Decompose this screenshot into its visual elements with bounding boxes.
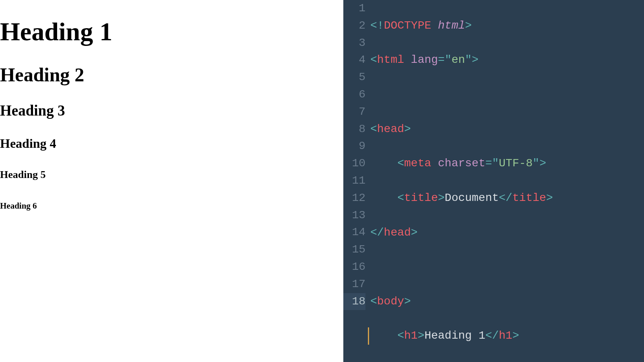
code-content[interactable]: <!DOCTYPE html> <html lang="en"> <head> …	[370, 0, 644, 362]
code-line[interactable]: <html lang="en">	[370, 52, 644, 69]
line-number: 15	[343, 241, 365, 259]
line-number: 10	[343, 155, 365, 172]
preview-heading-1: Heading 1	[0, 17, 343, 47]
line-number: 18	[343, 293, 365, 310]
code-editor-pane[interactable]: 1 2 3 4 5 6 7 8 9 10 11 12 13 14 15 16 1…	[343, 0, 644, 362]
line-number: 16	[343, 259, 365, 276]
line-number: 5	[343, 69, 365, 86]
code-line[interactable]: <head>	[370, 121, 644, 138]
code-line[interactable]: <h1>Heading 1</h1>	[370, 327, 644, 345]
line-number: 14	[343, 224, 365, 241]
code-line[interactable]: <title>Document</title>	[370, 190, 644, 207]
line-number: 2	[343, 17, 365, 35]
line-number: 9	[343, 138, 365, 155]
line-number: 17	[343, 276, 365, 293]
preview-heading-6: Heading 6	[0, 201, 343, 211]
line-number: 1	[343, 0, 365, 17]
line-number: 7	[343, 103, 365, 121]
code-line[interactable]: </head>	[370, 224, 644, 242]
preview-heading-5: Heading 5	[0, 169, 343, 181]
code-line[interactable]: <!DOCTYPE html>	[370, 17, 644, 35]
code-line[interactable]: <body>	[370, 293, 644, 310]
preview-heading-2: Heading 2	[0, 64, 343, 86]
code-line[interactable]	[370, 259, 644, 276]
code-line[interactable]	[370, 86, 644, 103]
line-number: 3	[343, 35, 365, 52]
line-number-gutter: 1 2 3 4 5 6 7 8 9 10 11 12 13 14 15 16 1…	[343, 0, 370, 362]
line-number: 11	[343, 172, 365, 190]
line-number: 13	[343, 207, 365, 224]
preview-heading-3: Heading 3	[0, 102, 343, 119]
line-number: 6	[343, 86, 365, 103]
line-number: 4	[343, 52, 365, 69]
code-line[interactable]: <meta charset="UTF-8">	[370, 155, 644, 172]
line-number: 8	[343, 121, 365, 138]
line-number: 12	[343, 190, 365, 207]
preview-heading-4: Heading 4	[0, 136, 343, 151]
browser-preview-pane: Heading 1 Heading 2 Heading 3 Heading 4 …	[0, 0, 343, 362]
